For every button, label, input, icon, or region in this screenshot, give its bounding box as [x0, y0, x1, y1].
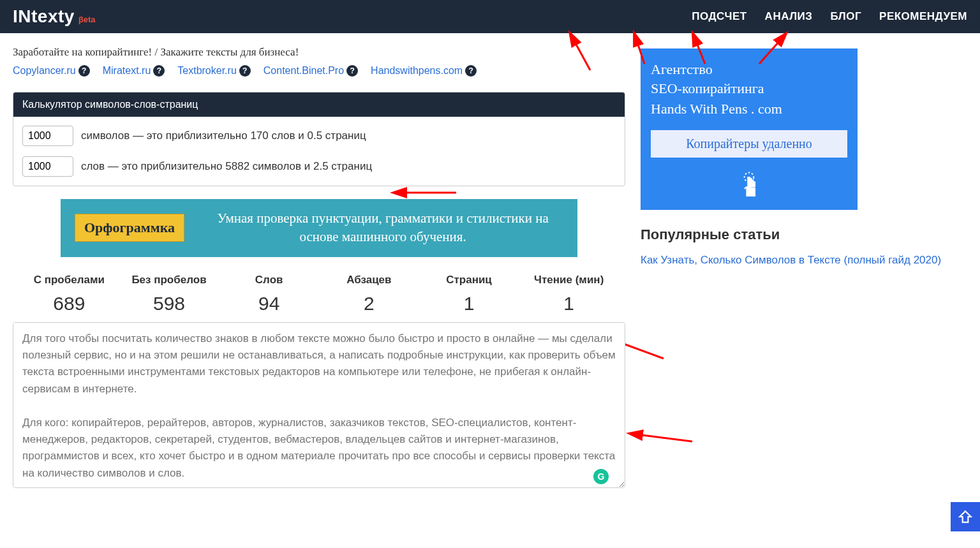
hands-banner[interactable]: Агентство SEO-копирайтинга Hands With Pe… — [641, 48, 858, 210]
stat-label: Чтение (мин) — [519, 274, 619, 286]
calculator-title: Калькулятор символов-слов-страниц — [13, 93, 625, 117]
nav-blog[interactable]: БЛОГ — [830, 10, 861, 23]
stat-label: Слов — [219, 274, 319, 286]
hands-banner-line2: SEO-копирайтинга — [651, 80, 847, 97]
nav-analysis[interactable]: АНАЛИЗ — [765, 10, 813, 23]
affiliate-link-item: Handswithpens.com ? — [371, 65, 477, 77]
stat-label: С пробелами — [19, 274, 119, 286]
stats-row: С пробелами 689 Без пробелов 598 Слов 94… — [13, 274, 625, 315]
calculator-panel: Калькулятор символов-слов-страниц символ… — [13, 92, 625, 186]
calc-row-chars: символов — это приблизительно 170 слов и… — [22, 126, 616, 146]
stat-value: 689 — [19, 293, 119, 315]
hands-banner-button[interactable]: Копирайтеры удаленно — [651, 130, 847, 158]
pointer-icon — [651, 169, 847, 197]
tagline: Заработайте на копирайтинге! / Закажите … — [13, 46, 625, 59]
orfogrammka-banner[interactable]: Орфограммка Умная проверка пунктуации, г… — [61, 199, 577, 257]
affiliate-link[interactable]: Handswithpens.com — [371, 65, 463, 77]
affiliate-link[interactable]: Miratext.ru — [103, 65, 151, 77]
help-icon[interactable]: ? — [78, 65, 90, 77]
affiliate-link-item: Copylancer.ru ? — [13, 65, 90, 77]
grammarly-icon[interactable]: G — [593, 469, 609, 484]
affiliate-link[interactable]: Copylancer.ru — [13, 65, 76, 77]
popular-title: Популярные статьи — [641, 226, 967, 243]
hands-banner-line3: Hands With Pens . com — [651, 101, 847, 117]
affiliate-links: Copylancer.ru ? Miratext.ru ? Textbroker… — [13, 65, 625, 77]
orfogrammka-chip: Орфограммка — [75, 214, 184, 242]
main-nav: ПОДСЧЕТ АНАЛИЗ БЛОГ РЕКОМЕНДУЕМ — [692, 10, 967, 23]
stat-value: 1 — [519, 293, 619, 315]
stat-value: 598 — [119, 293, 219, 315]
words-input[interactable] — [22, 156, 73, 177]
orfogrammka-text: Умная проверка пунктуации, грамматики и … — [202, 209, 563, 247]
affiliate-link-item: Content.Binet.Pro ? — [264, 65, 358, 77]
hands-banner-line1: Агентство — [651, 61, 847, 78]
stat-with-spaces: С пробелами 689 — [19, 274, 119, 315]
logo: INtexty — [13, 6, 75, 27]
affiliate-link[interactable]: Content.Binet.Pro — [264, 65, 344, 77]
chars-input[interactable] — [22, 126, 73, 146]
calc-row-words: слов — это приблизительно 5882 символов … — [22, 156, 616, 177]
words-result: слов — это приблизительно 5882 символов … — [81, 160, 372, 173]
nav-recommend[interactable]: РЕКОМЕНДУЕМ — [879, 10, 967, 23]
beta-label: βeta — [78, 15, 96, 24]
stat-without-spaces: Без пробелов 598 — [119, 274, 219, 315]
nav-count[interactable]: ПОДСЧЕТ — [692, 10, 746, 23]
affiliate-link[interactable]: Textbroker.ru — [177, 65, 236, 77]
text-input[interactable] — [13, 322, 625, 488]
stat-value: 94 — [219, 293, 319, 315]
chars-result: символов — это приблизительно 170 слов и… — [81, 130, 366, 142]
stat-label: Без пробелов — [119, 274, 219, 286]
affiliate-link-item: Miratext.ru ? — [103, 65, 165, 77]
stat-value: 2 — [319, 293, 419, 315]
popular-link[interactable]: Как Узнать, Сколько Символов в Тексте (п… — [641, 254, 941, 266]
stat-label: Страниц — [419, 274, 519, 286]
affiliate-link-item: Textbroker.ru ? — [177, 65, 250, 77]
header: INtexty βeta ПОДСЧЕТ АНАЛИЗ БЛОГ РЕКОМЕН… — [0, 0, 980, 33]
help-icon[interactable]: ? — [465, 65, 477, 77]
stat-reading: Чтение (мин) 1 — [519, 274, 619, 315]
logo-wrap[interactable]: INtexty βeta — [13, 6, 96, 27]
help-icon[interactable]: ? — [153, 65, 165, 77]
help-icon[interactable]: ? — [346, 65, 358, 77]
stat-value: 1 — [419, 293, 519, 315]
stat-label: Абзацев — [319, 274, 419, 286]
stat-words: Слов 94 — [219, 274, 319, 315]
help-icon[interactable]: ? — [239, 65, 251, 77]
stat-pages: Страниц 1 — [419, 274, 519, 315]
stat-paragraphs: Абзацев 2 — [319, 274, 419, 315]
scroll-top-button[interactable] — [951, 502, 980, 503]
